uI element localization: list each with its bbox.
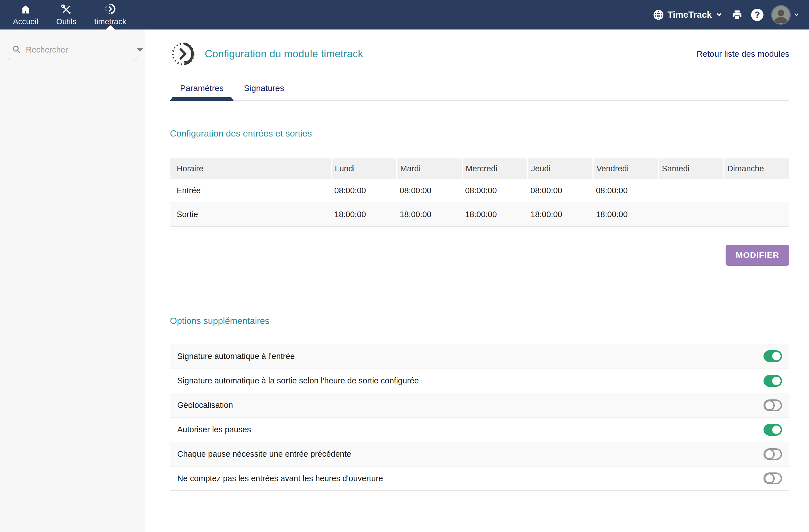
schedule-time-cell <box>658 179 724 203</box>
nav-item-label: Outils <box>56 17 76 26</box>
search-box <box>7 42 138 61</box>
modify-button[interactable]: MODIFIER <box>726 245 789 266</box>
user-menu[interactable] <box>772 6 800 24</box>
globe-icon <box>653 9 664 20</box>
toggle-knob <box>772 426 781 434</box>
column-header-dimanche: Dimanche <box>724 158 789 179</box>
app-name: TimeTrack <box>667 10 712 20</box>
nav-item-timetrack[interactable]: timetrack <box>85 0 135 30</box>
column-header-vendredi: Vendredi <box>593 158 658 179</box>
schedule-table: HoraireLundiMardiMercrediJeudiVendrediSa… <box>170 158 789 227</box>
schedule-time-cell: 18:00:00 <box>397 203 462 226</box>
search-icon <box>12 45 21 55</box>
schedule-section-heading: Configuration des entrées et sorties <box>170 128 789 139</box>
schedule-time-cell: 08:00:00 <box>528 179 593 203</box>
app-switcher[interactable]: TimeTrack <box>653 9 723 20</box>
toggle-option-2-off[interactable] <box>763 399 782 411</box>
toggle-knob <box>764 473 775 484</box>
option-label: Chaque pause nécessite une entrée précéd… <box>177 449 351 459</box>
nav-item-label: Accueil <box>13 17 38 26</box>
top-navbar: Accueil Outils <box>0 0 809 30</box>
timetrack-module-icon <box>170 41 196 67</box>
column-header-samedi: Samedi <box>658 158 724 179</box>
schedule-time-cell <box>724 203 789 226</box>
option-row: Autoriser les pauses <box>170 417 789 442</box>
chevron-down-icon <box>793 11 800 19</box>
nav-item-outils[interactable]: Outils <box>47 0 85 30</box>
avatar <box>772 6 790 24</box>
column-header-mercredi: Mercredi <box>462 158 528 179</box>
tab-parametres[interactable]: Paramètres <box>170 83 234 100</box>
option-label: Signature automatique à l'entrée <box>177 352 295 361</box>
help-icon[interactable]: ? <box>751 9 763 21</box>
search-input[interactable] <box>26 45 132 54</box>
sidebar <box>0 30 145 532</box>
tab-bar: Paramètres Signatures <box>170 83 789 101</box>
toggle-option-4-off[interactable] <box>763 448 782 460</box>
options-section-heading: Options supplémentaires <box>170 316 789 326</box>
page-title: Configuration du module timetrack <box>205 48 363 60</box>
timetrack-icon <box>104 4 116 15</box>
options-list: Signature automatique à l'entréeSignatur… <box>170 344 789 491</box>
schedule-time-cell: 08:00:00 <box>331 179 397 203</box>
option-row: Chaque pause nécessite une entrée précéd… <box>170 442 789 466</box>
schedule-row-entrée: Entrée08:00:0008:00:0008:00:0008:00:0008… <box>170 179 789 203</box>
option-row: Ne comptez pas les entrées avant les heu… <box>170 466 789 491</box>
schedule-time-cell: 08:00:00 <box>593 179 658 203</box>
page-header: Configuration du module timetrack Retour… <box>170 41 789 67</box>
tab-signatures[interactable]: Signatures <box>234 83 294 100</box>
home-icon <box>20 4 31 15</box>
column-header-mardi: Mardi <box>397 158 462 179</box>
schedule-time-cell <box>658 203 724 226</box>
row-label: Sortie <box>170 203 331 226</box>
option-row: Géolocalisation <box>170 393 789 417</box>
printer-icon[interactable] <box>731 9 743 20</box>
option-row: Signature automatique à la sortie selon … <box>170 368 789 393</box>
toggle-option-0-on[interactable] <box>763 350 782 362</box>
toggle-option-3-on[interactable] <box>763 424 782 436</box>
column-header-jeudi: Jeudi <box>528 158 593 179</box>
schedule-time-cell <box>724 179 789 203</box>
toggle-knob <box>764 449 775 460</box>
toggle-knob <box>772 377 781 385</box>
main-menu: Accueil Outils <box>0 0 135 30</box>
search-scope-caret-icon[interactable] <box>137 48 143 52</box>
schedule-time-cell: 18:00:00 <box>528 203 593 226</box>
tab-label: Signatures <box>244 83 284 93</box>
toggle-option-5-off[interactable] <box>763 473 782 484</box>
option-row: Signature automatique à l'entrée <box>170 344 789 368</box>
schedule-header-row: HoraireLundiMardiMercrediJeudiVendrediSa… <box>170 158 789 179</box>
tab-label: Paramètres <box>180 83 224 93</box>
page-layout: Configuration du module timetrack Retour… <box>0 30 809 532</box>
nav-item-label: timetrack <box>94 17 126 26</box>
row-label: Entrée <box>170 179 331 203</box>
toggle-option-1-on[interactable] <box>763 375 782 387</box>
option-label: Géolocalisation <box>177 400 233 410</box>
toggle-knob <box>764 400 775 411</box>
column-header-horaire: Horaire <box>170 158 331 179</box>
toggle-knob <box>772 352 781 360</box>
option-label: Signature automatique à la sortie selon … <box>177 376 419 385</box>
schedule-time-cell: 18:00:00 <box>593 203 658 226</box>
back-to-modules-link[interactable]: Retour liste des modules <box>696 49 789 59</box>
option-label: Ne comptez pas les entrées avant les heu… <box>177 474 383 483</box>
schedule-time-cell: 08:00:00 <box>397 179 462 203</box>
schedule-time-cell: 18:00:00 <box>331 203 397 226</box>
actions-row: MODIFIER <box>170 245 789 266</box>
schedule-time-cell: 08:00:00 <box>462 179 528 203</box>
tools-icon <box>61 4 72 15</box>
column-header-lundi: Lundi <box>331 158 397 179</box>
schedule-time-cell: 18:00:00 <box>462 203 528 226</box>
nav-item-accueil[interactable]: Accueil <box>4 0 47 30</box>
schedule-row-sortie: Sortie18:00:0018:00:0018:00:0018:00:0018… <box>170 203 789 226</box>
navbar-right: TimeTrack ? <box>653 0 809 30</box>
option-label: Autoriser les pauses <box>177 425 251 434</box>
main-content: Configuration du module timetrack Retour… <box>145 30 809 532</box>
chevron-down-icon <box>715 11 723 19</box>
